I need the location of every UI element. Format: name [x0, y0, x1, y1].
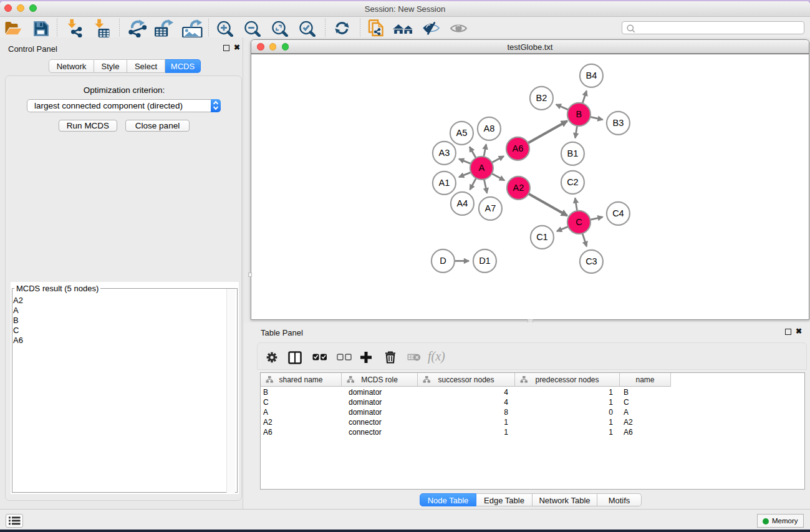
svg-text:A4: A4	[457, 198, 468, 208]
svg-text:C1: C1	[536, 232, 548, 242]
svg-text:C3: C3	[586, 256, 597, 266]
svg-text:B1: B1	[567, 148, 579, 158]
svg-text:A3: A3	[439, 148, 450, 158]
svg-text:A1: A1	[439, 178, 450, 188]
svg-text:B3: B3	[613, 118, 624, 128]
svg-text:A6: A6	[513, 143, 524, 153]
svg-text:A: A	[479, 163, 485, 173]
svg-text:C4: C4	[612, 208, 624, 218]
svg-text:B4: B4	[586, 70, 597, 80]
svg-text:A2: A2	[513, 183, 524, 193]
svg-text:B: B	[576, 109, 582, 119]
svg-text:A7: A7	[485, 203, 496, 213]
svg-text:B2: B2	[536, 93, 547, 103]
svg-text:D: D	[440, 256, 446, 266]
svg-text:D1: D1	[479, 256, 491, 266]
svg-text:C: C	[576, 217, 582, 227]
svg-text:A5: A5	[456, 128, 468, 138]
svg-text:A8: A8	[484, 123, 495, 133]
svg-text:C2: C2	[567, 177, 579, 187]
